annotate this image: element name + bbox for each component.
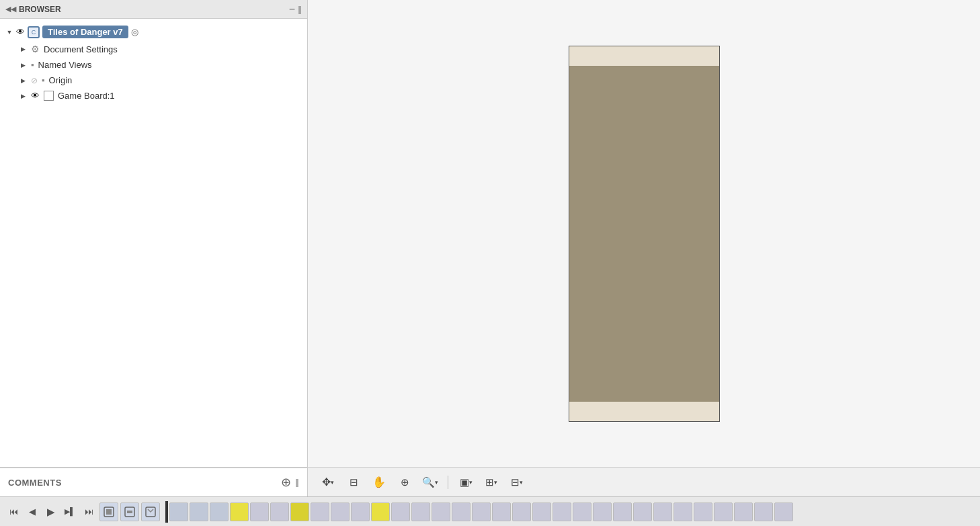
timeline-cell-9[interactable] (351, 502, 370, 521)
board-bottom-face (569, 402, 720, 422)
comments-collapse-icon[interactable]: ‖ (295, 478, 299, 487)
comments-icons: ⊕ ‖ (281, 475, 299, 490)
timeline-cell-14[interactable] (452, 502, 471, 521)
timeline-first-frame-button[interactable]: ⏮ (5, 504, 22, 520)
pan-icon: ✋ (372, 476, 386, 488)
viewport-toolbar: ✥ ▾ ⊟ ✋ ⊕ 🔍 ▾ ▣ ▾ ⊞ ▾ (308, 468, 980, 496)
browser-tree: ▼ 👁 C Tiles of Danger v7 ◎ ▶ ⚙ Document … (0, 19, 307, 467)
browser-minimize-icon[interactable]: − (289, 3, 295, 15)
layout-icon: ⊟ (511, 476, 520, 488)
timeline-cell-29[interactable] (754, 502, 773, 521)
gear-icon: ⚙ (31, 44, 40, 54)
zoom-in-icon: ⊕ (401, 476, 409, 488)
timeline-cell-17[interactable] (512, 502, 531, 521)
tree-arrow-doc-settings[interactable]: ▶ (19, 45, 27, 53)
bottom-area: COMMENTS ⊕ ‖ ✥ ▾ ⊟ ✋ ⊕ 🔍 ▾ (0, 467, 980, 526)
canvas-viewport[interactable] (308, 0, 980, 467)
timeline-next-frame-button[interactable]: ▶▌ (62, 504, 78, 520)
timeline-cell-8[interactable] (331, 502, 350, 521)
board-top-face (569, 46, 720, 66)
keyframe-tool-3[interactable] (141, 502, 160, 521)
tree-root-arrow[interactable]: ▼ (5, 28, 13, 36)
move-tool-button[interactable]: ✥ ▾ (319, 473, 337, 492)
timeline-cell-26[interactable] (694, 502, 712, 521)
timeline-cell-24[interactable] (653, 502, 672, 521)
tree-item-named-views[interactable]: ▶ ▪ Named Views (0, 57, 307, 73)
toolbar-separator-1 (448, 476, 448, 489)
timeline-cell-11[interactable] (391, 502, 410, 521)
timeline-cell-15[interactable] (472, 502, 491, 521)
timeline-cell-22[interactable] (613, 502, 632, 521)
comments-panel: COMMENTS ⊕ ‖ (0, 468, 308, 496)
timeline-last-frame-button[interactable]: ⏭ (81, 504, 97, 520)
timeline-cell-4[interactable] (250, 502, 269, 521)
tree-item-origin[interactable]: ▶ ⊘ ▪ Origin (0, 73, 307, 88)
game-board-3d-model (569, 46, 720, 422)
timeline-cell-28[interactable] (734, 502, 753, 521)
timeline-cell-16[interactable] (492, 502, 511, 521)
tree-root-label[interactable]: Tiles of Danger v7 (42, 26, 128, 38)
svg-rect-3 (127, 511, 132, 513)
display-button[interactable]: ▣ ▾ (456, 473, 475, 492)
timeline-cell-27[interactable] (714, 502, 733, 521)
pan-button[interactable]: ✋ (370, 473, 389, 492)
timeline-cell-12[interactable] (411, 502, 430, 521)
grid-icon: ⊞ (485, 476, 494, 488)
timeline-cell-7[interactable] (311, 502, 329, 521)
zoom-in-button[interactable]: ⊕ (395, 473, 414, 492)
camera-button[interactable]: ⊟ (344, 473, 363, 492)
timeline-cell-21[interactable] (593, 502, 612, 521)
timeline-playhead[interactable] (165, 501, 168, 523)
svg-rect-1 (106, 509, 112, 515)
timeline-cell-5[interactable] (270, 502, 289, 521)
browser-collapse-icon[interactable]: ◀◀ (5, 5, 16, 13)
timeline-track[interactable] (99, 500, 975, 524)
move-dropdown-icon: ▾ (331, 479, 334, 486)
tree-root-eye-icon[interactable]: 👁 (16, 27, 25, 37)
browser-collapse-bar-icon[interactable]: ‖ (298, 5, 302, 14)
folder-icon-named-views: ▪ (31, 60, 34, 70)
timeline-cell-6-active2[interactable] (290, 502, 309, 521)
timeline-cell-1[interactable] (190, 502, 208, 521)
tree-label-origin: Origin (49, 75, 73, 85)
comments-toolbar-row: COMMENTS ⊕ ‖ ✥ ▾ ⊟ ✋ ⊕ 🔍 ▾ (0, 467, 980, 496)
zoom-select-button[interactable]: 🔍 ▾ (421, 473, 440, 492)
browser-header: ◀◀ BROWSER − ‖ (0, 0, 307, 19)
board-body-face (569, 66, 720, 402)
tree-label-doc-settings: Document Settings (44, 44, 118, 54)
timeline-row: ⏮ ◀ ▶ ▶▌ ⏭ (0, 496, 980, 526)
keyframe-tool-1[interactable] (99, 502, 118, 521)
layout-button[interactable]: ⊟ ▾ (507, 473, 526, 492)
timeline-cell-13[interactable] (432, 502, 450, 521)
comments-add-icon[interactable]: ⊕ (281, 475, 291, 490)
timeline-cell-20[interactable] (573, 502, 591, 521)
display-icon: ▣ (460, 476, 469, 488)
zoom-select-icon: 🔍 (422, 476, 435, 488)
timeline-cell-10-active[interactable] (371, 502, 390, 521)
timeline-cell-25[interactable] (673, 502, 692, 521)
folder-icon-origin: ▪ (42, 75, 45, 85)
timeline-cell-2[interactable] (210, 502, 229, 521)
tree-root-item[interactable]: ▼ 👁 C Tiles of Danger v7 ◎ (0, 23, 307, 41)
tree-item-doc-settings[interactable]: ▶ ⚙ Document Settings (0, 41, 307, 57)
timeline-cell-0[interactable] (169, 502, 188, 521)
display-dropdown-icon: ▾ (469, 479, 473, 486)
timeline-prev-frame-button[interactable]: ◀ (24, 504, 40, 520)
tree-item-game-board[interactable]: ▶ 👁 Game Board:1 (0, 88, 307, 103)
timeline-play-button[interactable]: ▶ (43, 504, 59, 520)
eye-hidden-icon[interactable]: ⊘ (31, 76, 38, 85)
tree-arrow-origin[interactable]: ▶ (19, 77, 27, 85)
keyframe-tool-2[interactable] (120, 502, 139, 521)
timeline-cell-19[interactable] (553, 502, 571, 521)
timeline-cell-3-active[interactable] (230, 502, 249, 521)
timeline-cell-30[interactable] (774, 502, 793, 521)
timeline-cell-18[interactable] (532, 502, 551, 521)
tree-root-target-icon[interactable]: ◎ (131, 27, 138, 37)
timeline-cell-23[interactable] (633, 502, 652, 521)
tree-arrow-game-board[interactable]: ▶ (19, 92, 27, 100)
browser-header-icons: − ‖ (289, 3, 302, 15)
eye-icon-game-board[interactable]: 👁 (31, 91, 40, 101)
grid-button[interactable]: ⊞ ▾ (482, 473, 501, 492)
zoom-select-dropdown-icon: ▾ (435, 479, 438, 486)
tree-arrow-named-views[interactable]: ▶ (19, 61, 27, 69)
